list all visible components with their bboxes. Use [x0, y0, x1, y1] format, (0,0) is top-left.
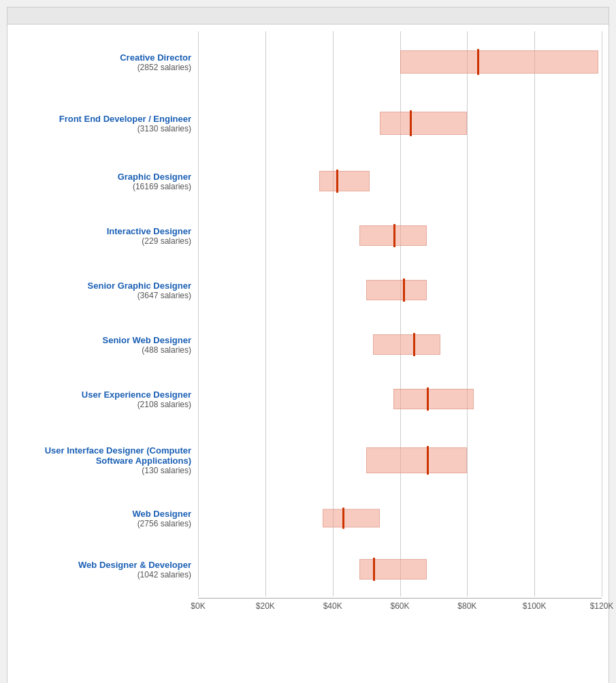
- y-label-cell: Graphic Designer(16169 salaries): [7, 154, 198, 208]
- grid-line: [534, 494, 535, 542]
- x-tick-label: $20K: [256, 601, 275, 611]
- grid-line: [198, 154, 199, 208]
- salary-box-bar: [380, 112, 467, 135]
- grid-line: [400, 494, 401, 542]
- salary-count: (229 salaries): [142, 236, 191, 246]
- job-title-link[interactable]: Web Designer & Developer: [78, 560, 191, 570]
- median-line: [477, 49, 479, 75]
- salary-box-bar: [319, 171, 370, 191]
- grid-line: [333, 372, 334, 426]
- grid-line: [333, 93, 334, 154]
- grid-line: [265, 263, 266, 317]
- chart-container: Creative Director(2852 salaries)Front En…: [7, 7, 609, 683]
- x-tick-label: $100K: [523, 601, 547, 611]
- median-line: [403, 279, 405, 302]
- grid-line: [333, 31, 334, 93]
- salary-count: (3647 salaries): [137, 291, 191, 300]
- salary-count: (2108 salaries): [137, 400, 191, 409]
- grid-line: [265, 154, 266, 208]
- x-tick-label: $120K: [590, 601, 614, 611]
- grid-line: [602, 93, 602, 154]
- median-line: [427, 387, 429, 411]
- chart-body: Creative Director(2852 salaries)Front En…: [7, 25, 609, 621]
- job-title-link[interactable]: Senior Web Designer: [102, 335, 191, 345]
- bar-row: [198, 317, 602, 372]
- y-label-cell: Front End Developer / Engineer(3130 sala…: [7, 93, 198, 154]
- salary-box-bar: [393, 389, 474, 409]
- y-label-cell: Senior Graphic Designer(3647 salaries): [7, 263, 198, 317]
- y-label-cell: User Interface Designer (Computer Softwa…: [7, 426, 198, 494]
- x-tick-label: $60K: [390, 601, 409, 611]
- job-title-link[interactable]: Front End Developer / Engineer: [59, 114, 191, 124]
- x-tick-label: $0K: [191, 601, 205, 611]
- grid-line: [198, 93, 199, 154]
- grid-line: [198, 263, 199, 317]
- salary-count: (130 salaries): [142, 466, 191, 475]
- grid-line: [602, 542, 602, 597]
- bar-row: [198, 542, 602, 597]
- grid-line: [467, 263, 468, 317]
- grid-line: [602, 154, 602, 208]
- job-title-link[interactable]: Web Designer: [133, 509, 191, 519]
- grid-line: [602, 372, 602, 426]
- grid-line: [534, 426, 535, 494]
- grid-line: [265, 426, 266, 494]
- grid-line: [333, 208, 334, 263]
- salary-box-bar: [400, 50, 599, 74]
- grid-line: [467, 494, 468, 542]
- grid-line: [198, 426, 199, 494]
- grid-line: [534, 93, 535, 154]
- job-title-link[interactable]: User Experience Designer: [82, 390, 191, 400]
- bar-row: [198, 426, 602, 494]
- salary-count: (3130 salaries): [137, 124, 191, 133]
- median-line: [336, 170, 338, 193]
- salary-box-bar: [373, 334, 440, 355]
- job-title-link[interactable]: Senior Graphic Designer: [88, 281, 191, 291]
- grid-line: [333, 426, 334, 494]
- y-label-cell: Web Designer(2756 salaries): [7, 494, 198, 542]
- job-title-link[interactable]: Graphic Designer: [118, 172, 191, 182]
- median-line: [393, 224, 395, 247]
- median-line: [373, 558, 375, 581]
- x-tick-label: $80K: [457, 601, 476, 611]
- grid-line: [265, 93, 266, 154]
- median-line: [342, 508, 344, 529]
- grid-line: [602, 426, 602, 494]
- job-title-link[interactable]: User Interface Designer (Computer Softwa…: [7, 445, 191, 466]
- salary-count: (1042 salaries): [137, 570, 191, 579]
- x-tick-label: $40K: [323, 601, 342, 611]
- grid-line: [534, 208, 535, 263]
- bar-row: [198, 31, 602, 93]
- grid-line: [265, 542, 266, 597]
- grid-line: [467, 208, 468, 263]
- grid-line: [534, 154, 535, 208]
- grid-line: [265, 208, 266, 263]
- salary-box-bar: [323, 509, 380, 528]
- salary-count: (488 salaries): [142, 345, 191, 355]
- grid-line: [400, 154, 401, 208]
- grid-line: [467, 93, 468, 154]
- grid-line: [602, 208, 602, 263]
- salary-box-bar: [366, 280, 427, 300]
- grid-line: [602, 317, 602, 372]
- grid-line: [534, 542, 535, 597]
- grid-line: [467, 542, 468, 597]
- y-label-cell: Senior Web Designer(488 salaries): [7, 317, 198, 372]
- job-title-link[interactable]: Interactive Designer: [107, 226, 191, 236]
- grid-line: [534, 263, 535, 317]
- salary-count: (16169 salaries): [133, 182, 191, 191]
- job-title-link[interactable]: Creative Director: [120, 52, 191, 63]
- y-label-cell: Creative Director(2852 salaries): [7, 31, 198, 93]
- grid-line: [534, 372, 535, 426]
- salary-count: (2852 salaries): [137, 63, 191, 72]
- grid-line: [333, 263, 334, 317]
- grid-line: [602, 31, 602, 93]
- x-axis: $0K$20K$40K$60K$80K$100K$120K: [198, 598, 602, 614]
- median-line: [413, 333, 415, 356]
- grid-line: [198, 542, 199, 597]
- plot-area: $0K$20K$40K$60K$80K$100K$120K: [198, 31, 602, 614]
- bar-row: [198, 372, 602, 426]
- grid-line: [198, 494, 199, 542]
- grid-line: [333, 317, 334, 372]
- grid-line: [333, 542, 334, 597]
